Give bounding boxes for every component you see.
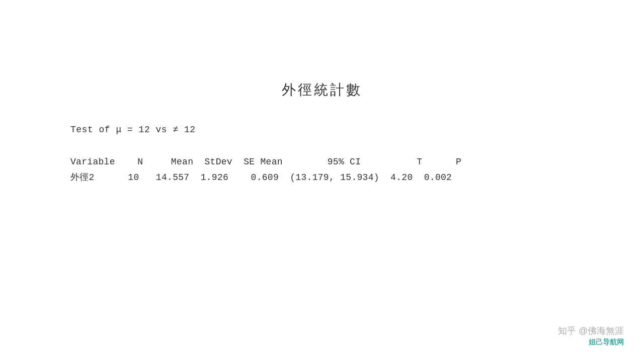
watermark-top-text: 知乎 @佛海無涯 — [558, 325, 624, 337]
stats-header-row: Variable N Mean StDev SE Mean 95% CI T P — [70, 155, 574, 169]
stats-data-row: 外徑2 10 14.557 1.926 0.609 (13.179, 15.93… — [70, 170, 574, 185]
watermark-bottom-text: 姐己导航网 — [589, 338, 624, 347]
stats-table: Variable N Mean StDev SE Mean 95% CI T P… — [70, 155, 574, 185]
watermark: 知乎 @佛海無涯 姐己导航网 — [558, 325, 624, 347]
test-hypothesis: Test of μ = 12 vs ≠ 12 — [70, 125, 574, 135]
page-title: 外徑統計數 — [70, 80, 574, 100]
main-content: 外徑統計數 Test of μ = 12 vs ≠ 12 Variable N … — [70, 80, 574, 185]
